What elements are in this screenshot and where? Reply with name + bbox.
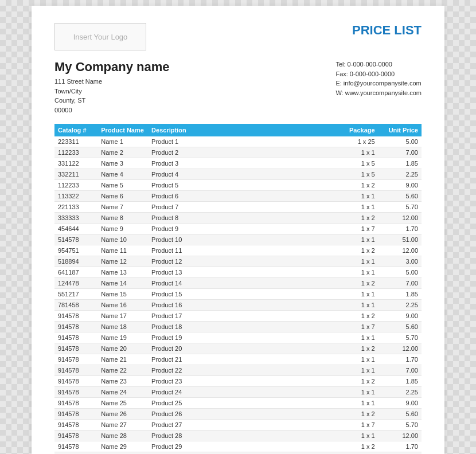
cell-desc: Product 30 [148, 452, 335, 455]
cell-catalog: 914578 [54, 332, 97, 343]
cell-package: 1 x 1 [335, 147, 378, 158]
table-row: 914578 Name 30 Product 30 1 x 1 7.00 [54, 452, 422, 455]
cell-catalog: 914578 [54, 365, 97, 376]
cell-catalog: 112233 [54, 147, 97, 158]
cell-desc: Product 26 [148, 409, 335, 420]
cell-package: 1 x 7 [335, 420, 378, 430]
col-price: Unit Price [379, 124, 422, 136]
cell-catalog: 914578 [54, 420, 97, 430]
cell-package: 1 x 2 [335, 409, 378, 420]
cell-catalog: 914578 [54, 311, 97, 322]
table-row: 914578 Name 20 Product 20 1 x 2 12.00 [54, 343, 422, 354]
cell-name: Name 2 [97, 147, 148, 158]
cell-name: Name 16 [97, 300, 148, 311]
cell-catalog: 781458 [54, 300, 97, 311]
cell-name: Name 21 [97, 354, 148, 365]
cell-desc: Product 6 [148, 191, 335, 202]
cell-catalog: 641187 [54, 267, 97, 278]
cell-name: Name 28 [97, 430, 148, 441]
company-email: E: info@yourcompanysite.com [335, 79, 422, 88]
company-section: My Company name 111 Street Name Town/Cit… [54, 60, 422, 115]
page-header: Insert Your Logo PRICE LIST [54, 23, 422, 50]
table-row: 914578 Name 21 Product 21 1 x 1 1.70 [54, 354, 422, 365]
cell-package: 1 x 2 [335, 343, 378, 354]
cell-name: Name 11 [97, 245, 148, 256]
cell-name: Name 19 [97, 332, 148, 343]
cell-desc: Product 22 [148, 365, 335, 376]
cell-package: 1 x 1 [335, 256, 378, 267]
cell-price: 1.70 [379, 441, 422, 452]
table-header-row: Catalog # Product Name Description Packa… [54, 124, 422, 136]
cell-price: 5.00 [379, 267, 422, 278]
cell-catalog: 551217 [54, 289, 97, 300]
address-line3: County, ST [54, 96, 170, 105]
cell-desc: Product 17 [148, 311, 335, 322]
cell-desc: Product 10 [148, 234, 335, 245]
table-row: 518894 Name 12 Product 12 1 x 1 3.00 [54, 256, 422, 267]
cell-price: 9.00 [379, 398, 422, 409]
cell-name: Name 29 [97, 441, 148, 452]
company-website: W: www.yourcompanysite.com [335, 88, 422, 98]
company-tel: Tel: 0-000-000-0000 [335, 60, 422, 69]
logo-box: Insert Your Logo [54, 23, 146, 50]
table-row: 914578 Name 23 Product 23 1 x 2 1.85 [54, 376, 422, 387]
cell-desc: Product 1 [148, 136, 335, 147]
cell-catalog: 124478 [54, 278, 97, 289]
cell-package: 1 x 1 [335, 387, 378, 398]
table-row: 914578 Name 19 Product 19 1 x 1 5.70 [54, 332, 422, 343]
cell-package: 1 x 1 [335, 398, 378, 409]
cell-name: Name 24 [97, 387, 148, 398]
address-line1: 111 Street Name [54, 77, 170, 87]
table-row: 223311 Name 1 Product 1 1 x 25 5.00 [54, 136, 422, 147]
table-row: 551217 Name 15 Product 15 1 x 1 1.85 [54, 289, 422, 300]
table-row: 914578 Name 28 Product 28 1 x 1 12.00 [54, 430, 422, 441]
cell-package: 1 x 2 [335, 311, 378, 322]
cell-desc: Product 21 [148, 354, 335, 365]
table-row: 221133 Name 7 Product 7 1 x 1 5.70 [54, 202, 422, 213]
cell-package: 1 x 1 [335, 289, 378, 300]
cell-catalog: 333333 [54, 213, 97, 224]
cell-price: 1.85 [379, 158, 422, 169]
col-desc: Description [148, 124, 335, 136]
cell-catalog: 914578 [54, 322, 97, 332]
cell-desc: Product 3 [148, 158, 335, 169]
cell-desc: Product 7 [148, 202, 335, 213]
table-row: 914578 Name 17 Product 17 1 x 2 9.00 [54, 311, 422, 322]
cell-catalog: 914578 [54, 398, 97, 409]
cell-desc: Product 29 [148, 441, 335, 452]
cell-desc: Product 24 [148, 387, 335, 398]
cell-catalog: 914578 [54, 354, 97, 365]
company-fax: Fax: 0-000-000-0000 [335, 69, 422, 79]
cell-catalog: 331122 [54, 158, 97, 169]
cell-name: Name 5 [97, 180, 148, 191]
address-line4: 00000 [54, 105, 170, 115]
table-row: 641187 Name 13 Product 13 1 x 1 5.00 [54, 267, 422, 278]
cell-catalog: 914578 [54, 343, 97, 354]
cell-catalog: 514578 [54, 234, 97, 245]
cell-catalog: 914578 [54, 441, 97, 452]
cell-package: 1 x 2 [335, 441, 378, 452]
cell-price: 5.70 [379, 332, 422, 343]
cell-price: 1.85 [379, 376, 422, 387]
cell-price: 9.00 [379, 180, 422, 191]
cell-package: 1 x 1 [335, 332, 378, 343]
table-row: 914578 Name 27 Product 27 1 x 7 5.70 [54, 420, 422, 430]
col-catalog: Catalog # [54, 124, 97, 136]
cell-price: 12.00 [379, 213, 422, 224]
table-row: 113322 Name 6 Product 6 1 x 1 5.60 [54, 191, 422, 202]
table-row: 914578 Name 26 Product 26 1 x 2 5.60 [54, 409, 422, 420]
table-row: 914578 Name 25 Product 25 1 x 1 9.00 [54, 398, 422, 409]
cell-desc: Product 25 [148, 398, 335, 409]
col-name: Product Name [97, 124, 148, 136]
cell-name: Name 9 [97, 224, 148, 234]
cell-name: Name 10 [97, 234, 148, 245]
cell-desc: Product 19 [148, 332, 335, 343]
cell-name: Name 8 [97, 213, 148, 224]
page: Insert Your Logo PRICE LIST My Company n… [32, 6, 444, 454]
cell-price: 51.00 [379, 234, 422, 245]
cell-price: 1.70 [379, 224, 422, 234]
cell-name: Name 14 [97, 278, 148, 289]
cell-package: 1 x 1 [335, 452, 378, 455]
cell-price: 5.00 [379, 136, 422, 147]
cell-name: Name 23 [97, 376, 148, 387]
